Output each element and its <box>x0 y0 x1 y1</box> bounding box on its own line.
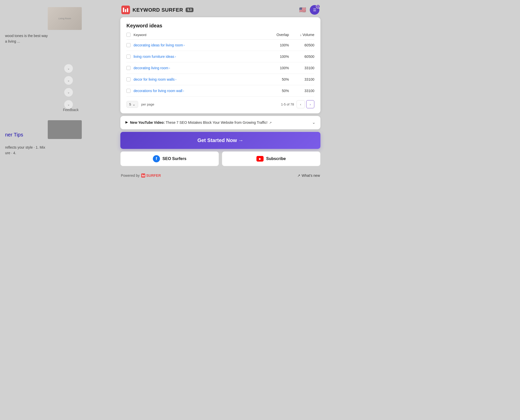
pagination: 5 ⌄ per page 1-5 of 78 ‹ › <box>126 100 314 108</box>
row5-volume: 33100 <box>289 89 314 93</box>
bg-feedback: Feedback <box>63 108 78 112</box>
notification-badge: 1 <box>316 4 320 9</box>
play-icon: ▶ <box>125 120 128 124</box>
table-header: Keyword Overlap ↓ Volume <box>126 33 314 40</box>
col-header-overlap: Overlap <box>264 33 289 37</box>
table-row: decorating living room › 100% 33100 <box>126 62 314 74</box>
next-page-button[interactable]: › <box>306 100 314 108</box>
social-buttons-row: f SEO Surfers ▶ Subscribe <box>120 151 320 166</box>
row2-overlap: 100% <box>264 55 289 59</box>
row2-chevron-icon: › <box>175 55 176 58</box>
version-badge: 5.3 <box>186 8 193 12</box>
row2-keyword-link[interactable]: living room furniture ideas › <box>134 55 264 59</box>
youtube-content: ▶ New YouTube Video: These 7 SEO Mistake… <box>125 120 310 125</box>
row3-overlap: 100% <box>264 66 289 70</box>
svg-rect-3 <box>127 8 128 12</box>
header: KEYWORD SURFER 5.3 🇺🇸 ☰ 1 <box>120 5 320 15</box>
row4-chevron-icon: › <box>175 78 176 81</box>
header-right: 🇺🇸 ☰ 1 <box>298 5 319 15</box>
row4-checkbox-wrap[interactable] <box>126 77 134 81</box>
header-checkbox[interactable] <box>126 33 131 37</box>
row2-checkbox[interactable] <box>126 55 131 59</box>
row1-checkbox[interactable] <box>126 43 131 47</box>
bg-text-2: reflects your style · 1. Mix ure · 4. <box>5 145 45 156</box>
get-started-button[interactable]: Get Started Now → <box>120 132 320 149</box>
row4-volume: 33100 <box>289 77 314 81</box>
table-row: decorating ideas for living room › 100% … <box>126 40 314 51</box>
keyword-ideas-card: Keyword ideas Keyword Overlap ↓ Volume d… <box>120 17 320 113</box>
row4-keyword-link[interactable]: decor for living room walls › <box>134 77 264 81</box>
facebook-icon: f <box>153 155 160 162</box>
keyword-surfer-logo-icon <box>121 6 130 14</box>
page-nav: ‹ › <box>297 100 314 108</box>
row3-checkbox-wrap[interactable] <box>126 66 134 70</box>
surfer-logo-icon <box>141 173 145 178</box>
per-page-label: per page <box>141 102 154 106</box>
subscribe-youtube-button[interactable]: ▶ Subscribe <box>222 151 320 166</box>
prev-page-button[interactable]: ‹ <box>297 100 305 108</box>
footer: Powered by SURFER ↗ What's new <box>120 172 320 179</box>
table-row: decorations for living room wall › 50% 3… <box>126 85 314 97</box>
bg-image-2 <box>48 120 82 139</box>
language-flag-button[interactable]: 🇺🇸 <box>298 5 307 15</box>
per-page-chevron-icon: ⌄ <box>133 102 135 106</box>
youtube-text: New YouTube Video: These 7 SEO Mistakes … <box>130 120 272 125</box>
table-row: living room furniture ideas › 100% 60500 <box>126 51 314 62</box>
row1-keyword-link[interactable]: decorating ideas for living room › <box>134 43 264 47</box>
seo-surfers-facebook-button[interactable]: f SEO Surfers <box>120 151 219 166</box>
page-info: 1-5 of 78 <box>281 102 294 106</box>
menu-button[interactable]: ☰ 1 <box>310 5 319 15</box>
svg-rect-5 <box>142 174 143 177</box>
select-all-checkbox[interactable] <box>126 33 134 37</box>
header-left: KEYWORD SURFER 5.3 <box>121 6 193 14</box>
bg-chevron-3[interactable]: ⌄ <box>64 88 73 97</box>
youtube-promo-card[interactable]: ▶ New YouTube Video: These 7 SEO Mistake… <box>120 116 320 129</box>
row3-keyword-link[interactable]: decorating living room › <box>134 66 264 70</box>
whats-new-link[interactable]: ↗ What's new <box>297 173 320 178</box>
collapse-icon[interactable]: ⌄ <box>312 120 315 125</box>
row3-checkbox[interactable] <box>126 66 131 70</box>
col-header-volume[interactable]: ↓ Volume <box>289 33 314 37</box>
bg-text-1: wood tones is the best way a living ... <box>5 33 48 44</box>
row4-overlap: 50% <box>264 77 289 81</box>
svg-rect-6 <box>143 175 144 177</box>
svg-rect-1 <box>123 8 124 12</box>
menu-icon: ☰ <box>313 8 316 12</box>
bg-image-1: Living Room <box>48 7 82 30</box>
row1-volume: 60500 <box>289 43 314 47</box>
external-link-icon: ↗ <box>297 173 300 178</box>
row5-checkbox[interactable] <box>126 89 131 93</box>
bg-chevron-2[interactable]: ⌄ <box>64 76 73 85</box>
row1-overlap: 100% <box>264 43 289 47</box>
app-title: KEYWORD SURFER <box>133 7 183 13</box>
row5-checkbox-wrap[interactable] <box>126 89 134 93</box>
row5-chevron-icon: › <box>183 89 184 92</box>
surfer-logo: SURFER <box>141 173 161 178</box>
bg-chevron-4[interactable]: ⌄ <box>64 100 73 109</box>
col-header-keyword: Keyword <box>134 33 264 37</box>
svg-rect-7 <box>144 175 145 177</box>
bg-chevron-1[interactable]: ⌄ <box>64 64 73 73</box>
powered-by: Powered by SURFER <box>121 173 161 178</box>
bg-tips: ner Tips <box>5 132 23 138</box>
row3-volume: 33100 <box>289 66 314 70</box>
row5-overlap: 50% <box>264 89 289 93</box>
row3-chevron-icon: › <box>169 66 170 69</box>
footer-divider <box>120 169 320 169</box>
row5-keyword-link[interactable]: decorations for living room wall › <box>134 89 264 93</box>
row4-checkbox[interactable] <box>126 77 131 81</box>
row2-checkbox-wrap[interactable] <box>126 55 134 59</box>
row1-checkbox-wrap[interactable] <box>126 43 134 47</box>
main-panel: KEYWORD SURFER 5.3 🇺🇸 ☰ 1 Keyword ideas … <box>116 0 325 262</box>
youtube-icon: ▶ <box>256 156 264 162</box>
svg-rect-2 <box>125 9 126 12</box>
table-row: decor for living room walls › 50% 33100 <box>126 74 314 85</box>
row1-chevron-icon: › <box>184 44 185 47</box>
card-title: Keyword ideas <box>126 23 314 29</box>
row2-volume: 60500 <box>289 55 314 59</box>
per-page-select[interactable]: 5 ⌄ <box>126 101 138 108</box>
